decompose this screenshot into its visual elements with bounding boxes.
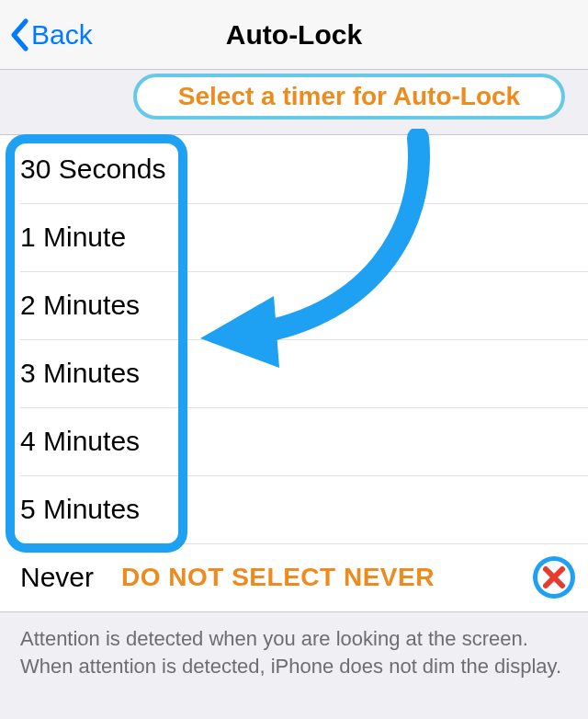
back-label: Back	[31, 19, 93, 51]
option-3-minutes[interactable]: 3 Minutes	[0, 339, 588, 407]
option-30-seconds[interactable]: 30 Seconds	[0, 135, 588, 203]
callout-select-timer: Select a timer for Auto-Lock	[133, 74, 565, 120]
footer-note: Attention is detected when you are looki…	[0, 612, 588, 692]
option-label: 1 Minute	[20, 222, 126, 253]
option-2-minutes[interactable]: 2 Minutes	[0, 271, 588, 339]
chevron-left-icon	[9, 18, 29, 51]
timer-options-list: 30 Seconds 1 Minute 2 Minutes 3 Minutes …	[0, 134, 588, 612]
back-button[interactable]: Back	[9, 18, 93, 51]
warning-text: DO NOT SELECT NEVER	[121, 563, 435, 592]
option-1-minute[interactable]: 1 Minute	[0, 203, 588, 271]
callout-text: Select a timer for Auto-Lock	[178, 82, 520, 111]
navbar: Back Auto-Lock	[0, 0, 588, 70]
option-never[interactable]: Never DO NOT SELECT NEVER	[0, 543, 588, 611]
option-label: 2 Minutes	[20, 290, 140, 321]
x-icon	[541, 565, 567, 590]
x-badge	[533, 556, 575, 599]
option-4-minutes[interactable]: 4 Minutes	[0, 407, 588, 475]
option-5-minutes[interactable]: 5 Minutes	[0, 475, 588, 543]
option-label: Never	[20, 562, 94, 593]
auto-lock-screen: Back Auto-Lock Select a timer for Auto-L…	[0, 0, 588, 719]
option-label: 4 Minutes	[20, 426, 140, 457]
option-label: 3 Minutes	[20, 358, 140, 389]
option-label: 5 Minutes	[20, 494, 140, 525]
option-label: 30 Seconds	[20, 154, 165, 185]
